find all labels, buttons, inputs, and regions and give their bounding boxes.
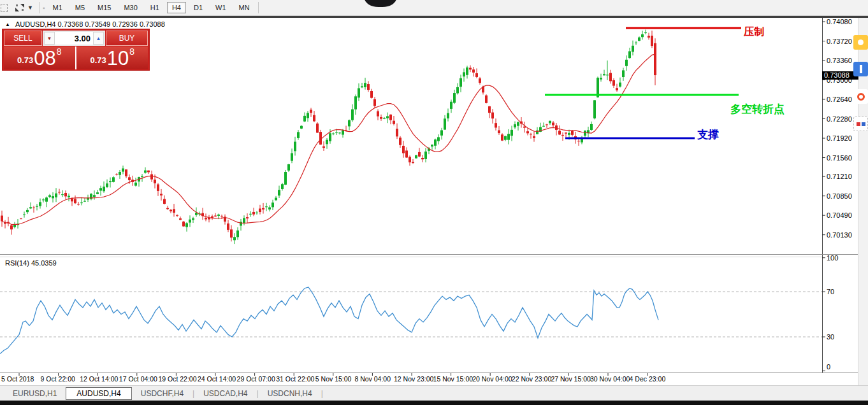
candle-body bbox=[192, 218, 194, 220]
toolbar-grip-icon[interactable]: ▪ bbox=[43, 4, 45, 11]
candle-body bbox=[77, 204, 80, 204]
rsi-indicator-label: RSI(14) 45.0359 bbox=[5, 259, 57, 267]
date-axis-tick: 19 Oct 22:00 bbox=[158, 375, 196, 383]
candle-body bbox=[230, 229, 233, 238]
share-icon-yellow[interactable] bbox=[853, 35, 868, 50]
window-edge bbox=[0, 16, 868, 18]
candle-body bbox=[335, 132, 338, 133]
candle-body bbox=[157, 184, 159, 190]
candle-body bbox=[74, 199, 76, 203]
candle-body bbox=[367, 84, 370, 90]
timeframe-button-h1[interactable]: H1 bbox=[145, 2, 164, 13]
candle-body bbox=[83, 201, 86, 202]
candle-body bbox=[227, 224, 229, 230]
date-axis-tick: 9 Oct 22:00 bbox=[41, 375, 75, 383]
sell-button[interactable]: SELL bbox=[4, 31, 42, 46]
candle-body bbox=[501, 134, 503, 140]
chart-area[interactable]: ▲ AUDUSD,H4 0.73368 0.73549 0.72936 0.73… bbox=[0, 18, 868, 385]
price-axis-tick: 0.71920 bbox=[827, 134, 852, 142]
candle-body bbox=[119, 172, 121, 175]
share-icon-qr[interactable] bbox=[853, 117, 868, 131]
support-annotation-label: 支撑 bbox=[697, 127, 719, 142]
candle-body bbox=[475, 73, 478, 77]
volume-input[interactable] bbox=[55, 32, 93, 45]
candle-body bbox=[644, 32, 647, 33]
candle-body bbox=[294, 142, 296, 152]
candle-body bbox=[463, 72, 465, 76]
timeframe-button-mn[interactable]: MN bbox=[234, 2, 255, 13]
candle-body bbox=[214, 216, 217, 217]
candle-body bbox=[358, 89, 360, 98]
tab-usdcnhh4[interactable]: USDCNH,H4 bbox=[259, 388, 321, 399]
sell-price-display[interactable]: 0.73 08 8 bbox=[4, 46, 76, 69]
resistance-annotation-label: 压制 bbox=[744, 25, 764, 39]
timeframe-button-m1[interactable]: M1 bbox=[47, 2, 67, 13]
candle-body bbox=[612, 80, 615, 86]
candle-body bbox=[170, 210, 172, 211]
candle-body bbox=[593, 100, 596, 118]
mt4-window: ▼ ▪ M1M5M15M30H1H4D1W1MN ▲ AUDUSD,H4 0.7… bbox=[0, 0, 868, 405]
candle-body bbox=[326, 140, 328, 145]
candle-body bbox=[275, 198, 277, 201]
candle-body bbox=[351, 110, 354, 120]
share-icon-orange[interactable] bbox=[853, 89, 868, 104]
candle-body bbox=[48, 195, 51, 197]
rsi-axis-tick: 100 bbox=[827, 254, 838, 262]
volume-decrease-button[interactable]: ▼ bbox=[44, 32, 55, 45]
candle-body bbox=[504, 136, 507, 140]
candle-body bbox=[412, 162, 414, 163]
buy-price-display[interactable]: 0.73 10 8 bbox=[77, 46, 148, 69]
volume-increase-button[interactable]: ▲ bbox=[93, 32, 104, 45]
buy-button[interactable]: BUY bbox=[106, 31, 148, 46]
candle-body bbox=[109, 181, 112, 182]
tab-usdchfh4[interactable]: USDCHF,H4 bbox=[132, 388, 192, 399]
price-axis-tick: 0.70130 bbox=[827, 231, 852, 239]
candle-body bbox=[297, 132, 300, 138]
candle-body bbox=[491, 113, 494, 119]
candle-body bbox=[434, 139, 437, 146]
candle-body bbox=[1, 216, 3, 222]
quote-panel-toggle-icon[interactable]: ▲ bbox=[5, 22, 10, 27]
candle-body bbox=[189, 220, 191, 223]
share-icon-blue[interactable] bbox=[853, 62, 868, 76]
candle-body bbox=[243, 218, 245, 224]
candle-body bbox=[163, 199, 166, 204]
date-axis-tick: 4 Dec 23:00 bbox=[630, 375, 666, 383]
candle-body bbox=[609, 73, 612, 82]
chevron-down-icon[interactable]: ▼ bbox=[27, 4, 33, 11]
candle-body bbox=[310, 110, 312, 113]
candle-body bbox=[246, 217, 249, 218]
candle-body bbox=[628, 51, 631, 58]
timeframe-button-w1[interactable]: W1 bbox=[210, 2, 231, 13]
tab-eurusdh1[interactable]: EURUSD,H1 bbox=[4, 388, 66, 399]
timeframe-button-d1[interactable]: D1 bbox=[189, 2, 208, 13]
candle-body bbox=[259, 209, 261, 212]
candle-body bbox=[71, 199, 73, 201]
timeframe-button-h4[interactable]: H4 bbox=[167, 2, 186, 13]
candle-body bbox=[488, 106, 491, 113]
one-click-trade-panel: SELL ▼ ▲ BUY 0.73 08 8 0.73 10 8 bbox=[3, 29, 149, 70]
draw-objects-icon[interactable] bbox=[14, 1, 25, 14]
chart-canvas[interactable] bbox=[0, 18, 868, 385]
candle-body bbox=[300, 126, 303, 129]
candle-body bbox=[510, 130, 513, 136]
timeframe-button-m15[interactable]: M15 bbox=[92, 2, 116, 13]
candle-body bbox=[338, 132, 341, 133]
candle-body bbox=[526, 131, 529, 133]
tab-audusdh4[interactable]: AUDUSD,H4 bbox=[66, 387, 131, 400]
candle-body bbox=[415, 155, 417, 159]
timeframe-button-m30[interactable]: M30 bbox=[119, 2, 142, 13]
candle-body bbox=[424, 152, 427, 159]
candle-body bbox=[514, 124, 516, 127]
candle-body bbox=[654, 43, 656, 75]
candle-body bbox=[262, 208, 264, 210]
timeframe-button-m5[interactable]: M5 bbox=[70, 2, 90, 13]
candle-body bbox=[303, 116, 306, 122]
candle-body bbox=[221, 216, 223, 217]
selection-tool-icon[interactable] bbox=[1, 4, 8, 12]
candle-body bbox=[322, 146, 325, 148]
top-toolbar: ▼ ▪ M1M5M15M30H1H4D1W1MN bbox=[0, 0, 868, 15]
candle-body bbox=[61, 194, 64, 195]
candle-body bbox=[622, 70, 625, 77]
tab-usdcadh4[interactable]: USDCAD,H4 bbox=[194, 388, 256, 399]
